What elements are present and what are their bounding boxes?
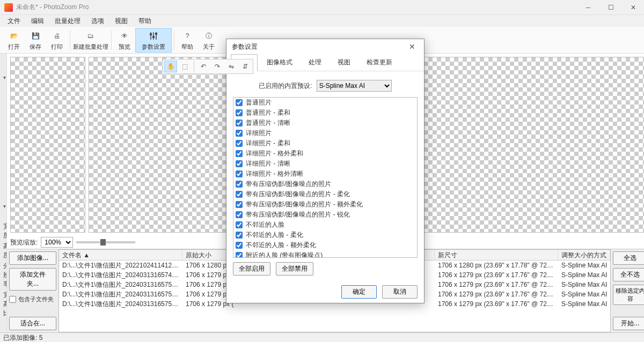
preset-checkbox[interactable] (236, 140, 243, 147)
svg-point-4 (153, 36, 155, 38)
remove-selected-button[interactable]: 移除选定内容 (613, 285, 644, 305)
preset-item[interactable]: 带有压缩伪影/图像噪点的照片 - 柔化 (233, 189, 417, 199)
disable-all-button[interactable]: 全部禁用 (276, 262, 313, 276)
status-added: 已添加图像: 5 (3, 334, 42, 341)
thumbnail-canvas[interactable] (10, 57, 85, 233)
preset-checkbox[interactable] (236, 201, 243, 208)
preset-item[interactable]: 不邻近的人脸 - 柔化 (233, 230, 417, 240)
zoom-select[interactable]: 100% (41, 237, 73, 248)
menu-edit[interactable]: 编辑 (26, 16, 49, 27)
info-icon: ⓘ (203, 30, 215, 42)
preset-item[interactable]: 详细照片 - 格外柔和 (233, 148, 417, 159)
menu-file[interactable]: 文件 (2, 16, 26, 27)
toolbar-help[interactable]: ?帮助 (177, 28, 198, 53)
subfolder-checkbox[interactable] (9, 296, 16, 303)
toolbar-save[interactable]: 💾保存 (25, 28, 46, 53)
preset-item[interactable]: 普通照片 - 柔和 (233, 108, 417, 118)
toolbar-new-batch[interactable]: 🗂新建批量处理 (72, 28, 109, 53)
preset-item[interactable]: 详细照片 - 清晰 (233, 159, 417, 169)
col-newsize[interactable]: 新尺寸 (435, 250, 558, 260)
select-all-button[interactable]: 全选 (613, 251, 644, 265)
preset-item[interactable]: 普通照片 - 清晰 (233, 118, 417, 128)
rotate-right-icon[interactable]: ↷ (211, 61, 224, 72)
maximize-button[interactable]: ☐ (604, 2, 617, 13)
ok-button[interactable]: 确定 (341, 285, 377, 299)
preset-item[interactable]: 详细照片 - 格外清晰 (233, 169, 417, 179)
tab-view[interactable]: 视图 (331, 54, 357, 71)
preset-checkbox[interactable] (236, 170, 243, 177)
cancel-button[interactable]: 取消 (382, 285, 418, 299)
preset-checkbox[interactable] (236, 242, 243, 249)
preset-item[interactable]: 带有压缩伪影/图像噪点的照片 - 锐化 (233, 210, 417, 220)
toolbar-print[interactable]: 🖨打印 (46, 28, 68, 53)
add-folder-button[interactable]: 添加文件夹... (9, 268, 56, 291)
add-image-button[interactable]: 添加图像... (9, 251, 56, 265)
sliders-icon (148, 30, 159, 42)
flip-h-icon[interactable]: ⇋ (225, 61, 238, 72)
preset-item[interactable]: 不邻近的人脸 (233, 220, 417, 230)
toolbar-about[interactable]: ⓘ关于 (198, 28, 219, 53)
original-dim-label: - x - 英寸 (3, 146, 6, 187)
resolution-label: 分辨率: (3, 262, 7, 289)
preset-item[interactable]: 普通照片 (233, 98, 417, 108)
toolbar-open[interactable]: 📂打开 (3, 28, 25, 53)
start-button[interactable]: 开始... (613, 317, 644, 330)
preset-checkbox[interactable] (236, 120, 243, 127)
menu-options[interactable]: 选项 (86, 16, 109, 27)
fit-button[interactable]: 适合在... (9, 317, 56, 330)
preset-checkbox[interactable] (236, 221, 243, 228)
menu-batch[interactable]: 批量处理 (49, 16, 86, 27)
dialog-close-icon[interactable]: ✕ (406, 42, 419, 51)
preset-item[interactable]: 附近的人脸 (带有图像噪点) (233, 250, 417, 258)
col-method[interactable]: 调整大小的方式 (558, 250, 610, 260)
preset-item[interactable]: 详细照片 - 柔和 (233, 138, 417, 148)
preset-item[interactable]: 带有压缩伪影/图像噪点的照片 - 额外柔化 (233, 199, 417, 210)
enable-all-button[interactable]: 全部启用 (233, 262, 270, 276)
dialog-title: 参数设置 (232, 42, 258, 51)
app-icon (4, 3, 13, 12)
ratio-label: 宽高比: (3, 291, 7, 318)
minimize-button[interactable]: ─ (582, 2, 595, 13)
dialog-preset-label: 已启用的内置预设: (259, 81, 312, 91)
dialog-preset-select[interactable]: S-Spline Max AI (317, 80, 392, 92)
open-icon: 📂 (8, 30, 20, 42)
status-bar: 已添加图像: 5 (0, 332, 644, 342)
preset-item[interactable]: 详细照片 (233, 128, 417, 138)
hand-tool[interactable]: ✋ (164, 61, 177, 72)
preset-checkbox[interactable] (236, 150, 243, 157)
menu-help[interactable]: 帮助 (133, 16, 157, 27)
preset-checkbox[interactable] (236, 181, 243, 188)
tab-process[interactable]: 处理 (302, 54, 328, 71)
params-dialog: 参数设置 ✕ 预设 图像格式 处理 视图 检查更新 已启用的内置预设: S-Sp… (226, 39, 425, 303)
batch-icon: 🗂 (85, 30, 97, 42)
toolbar-preview[interactable]: 👁预览 (114, 28, 135, 53)
preset-checkbox[interactable] (236, 252, 243, 258)
save-icon: 💾 (30, 30, 41, 42)
preset-checkbox[interactable] (236, 191, 243, 198)
preset-checkbox[interactable] (236, 232, 243, 239)
toolbar-params[interactable]: 参数设置 (135, 28, 172, 53)
rotate-left-icon[interactable]: ↶ (197, 61, 210, 72)
select-none-button[interactable]: 全不选 (613, 268, 644, 281)
preset-checkbox[interactable] (236, 99, 243, 106)
zoom-slider[interactable] (76, 241, 135, 243)
preset-checkbox[interactable] (236, 211, 243, 218)
col-filename[interactable]: 文件名 ▲ (59, 250, 182, 260)
preset-item[interactable]: 带有压缩伪影/图像噪点的照片 (233, 179, 417, 189)
tab-format[interactable]: 图像格式 (260, 54, 299, 71)
tab-update[interactable]: 检查更新 (360, 54, 399, 71)
menu-view[interactable]: 视图 (109, 16, 133, 27)
marquee-tool[interactable]: ⬚ (178, 61, 191, 72)
preset-checkbox[interactable] (236, 109, 243, 116)
zoom-label: 预览缩放: (10, 238, 38, 247)
svg-point-3 (150, 34, 152, 35)
preset-checkbox[interactable] (236, 160, 243, 167)
preset-checkbox[interactable] (236, 130, 243, 137)
original-size-label: 大小: - / - (3, 98, 6, 138)
menu-bar: 文件 编辑 批量处理 选项 视图 帮助 (0, 15, 644, 27)
print-icon: 🖨 (51, 30, 63, 42)
flip-v-icon[interactable]: ⇵ (239, 61, 252, 72)
close-button[interactable]: ✕ (627, 2, 640, 13)
title-bar: 未命名* - PhotoZoom Pro ─ ☐ ✕ (0, 0, 644, 15)
preset-item[interactable]: 不邻近的人脸 - 额外柔化 (233, 240, 417, 250)
